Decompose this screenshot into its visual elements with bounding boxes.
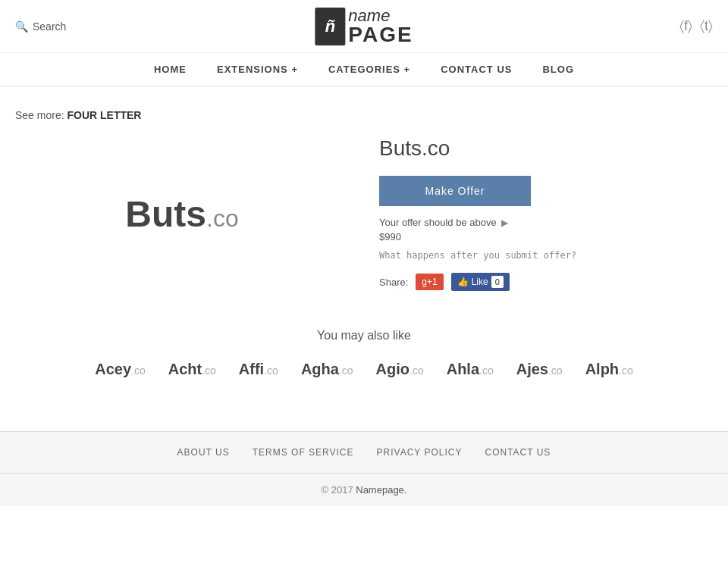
product-area: Buts.co Buts.co Make Offer Your offer sh… <box>15 136 713 291</box>
nav-home[interactable]: HOME <box>154 64 187 75</box>
fb-thumb-icon: 👍 <box>457 277 469 287</box>
make-offer-button[interactable]: Make Offer <box>379 176 531 206</box>
product-title: Buts.co <box>379 136 713 161</box>
site-header: 🔍 Search ñ name PAGE 〈f〉 〈t〉 <box>0 0 728 53</box>
copy-prefix: © 2017 <box>322 484 356 496</box>
domain-item[interactable]: Agha.co <box>301 361 353 378</box>
footer-link-terms[interactable]: TERMS OF SERVICE <box>253 447 354 458</box>
logo-name: name <box>348 8 413 24</box>
also-like-heading: You may also like <box>15 329 713 342</box>
logo[interactable]: ñ name PAGE <box>315 8 413 45</box>
search-icon: 🔍 <box>15 20 28 33</box>
logo-icon-box: ñ <box>315 8 345 45</box>
product-name-text: Buts <box>125 194 206 234</box>
domain-grid: Acey.coAcht.coAffi.coAgha.coAgio.coAhla.… <box>15 361 713 378</box>
logo-page: PAGE <box>348 24 413 45</box>
domain-item[interactable]: Alph.co <box>585 361 633 378</box>
search-label: Search <box>33 20 66 33</box>
footer-link-about-us[interactable]: ABOUT US <box>177 447 230 458</box>
domain-item[interactable]: Ahla.co <box>447 361 494 378</box>
google-plus-button[interactable]: g+1 <box>416 274 443 290</box>
offer-hint: Your offer should be above ▶ <box>379 217 713 228</box>
footer-link-privacy[interactable]: PRIVACY POLICY <box>377 447 463 458</box>
see-more-link[interactable]: FOUR LETTER <box>67 109 141 121</box>
facebook-like-button[interactable]: 👍 Like 0 <box>451 273 510 291</box>
product-info: Buts.co Make Offer Your offer should be … <box>379 136 713 291</box>
nav-categories[interactable]: CATEGORIES + <box>328 64 410 75</box>
fb-like-label: Like <box>472 277 488 287</box>
logo-text-group: name PAGE <box>348 8 413 45</box>
domain-item[interactable]: Ajes.co <box>516 361 563 378</box>
main-content: See more: FOUR LETTER Buts.co Buts.co Ma… <box>0 86 728 401</box>
facebook-icon[interactable]: 〈f〉 <box>679 18 692 34</box>
nav-blog[interactable]: BLOG <box>542 64 574 75</box>
also-like-section: You may also like Acey.coAcht.coAffi.coA… <box>15 329 713 378</box>
domain-item[interactable]: Affi.co <box>239 361 278 378</box>
what-happens-link[interactable]: What happens after you submit offer? <box>379 250 713 261</box>
share-row: Share: g+1 👍 Like 0 <box>379 273 713 291</box>
footer-copyright: © 2017 Namepage. <box>0 473 728 506</box>
product-logo-area: Buts.co <box>15 136 349 291</box>
twitter-icon[interactable]: 〈t〉 <box>700 18 713 34</box>
domain-item[interactable]: Acht.co <box>168 361 216 378</box>
product-logo: Buts.co <box>125 193 238 235</box>
logo-link[interactable]: ñ name PAGE <box>315 8 413 45</box>
offer-price: $990 <box>379 231 713 242</box>
see-more-prefix: See more: <box>15 109 64 121</box>
social-icons: 〈f〉 〈t〉 <box>679 18 713 34</box>
fb-count: 0 <box>491 276 504 288</box>
search-button[interactable]: 🔍 Search <box>15 20 66 33</box>
footer-links: ABOUT USTERMS OF SERVICEPRIVACY POLICYCO… <box>0 432 728 473</box>
domain-item[interactable]: Acey.co <box>95 361 146 378</box>
site-footer: ABOUT USTERMS OF SERVICEPRIVACY POLICYCO… <box>0 431 728 506</box>
product-ext-text: .co <box>206 205 239 232</box>
offer-hint-text: Your offer should be above <box>379 217 497 228</box>
main-nav: HOME EXTENSIONS + CATEGORIES + CONTACT U… <box>0 53 728 86</box>
nav-contact[interactable]: CONTACT US <box>441 64 512 75</box>
share-label: Share: <box>379 277 408 288</box>
see-more-section: See more: FOUR LETTER <box>15 109 713 121</box>
copy-brand-link[interactable]: Namepage. <box>356 484 406 496</box>
nav-extensions[interactable]: EXTENSIONS + <box>217 64 298 75</box>
domain-item[interactable]: Agio.co <box>376 361 424 378</box>
arrow-icon: ▶ <box>501 217 508 228</box>
footer-link-contact[interactable]: CONTACT US <box>485 447 551 458</box>
